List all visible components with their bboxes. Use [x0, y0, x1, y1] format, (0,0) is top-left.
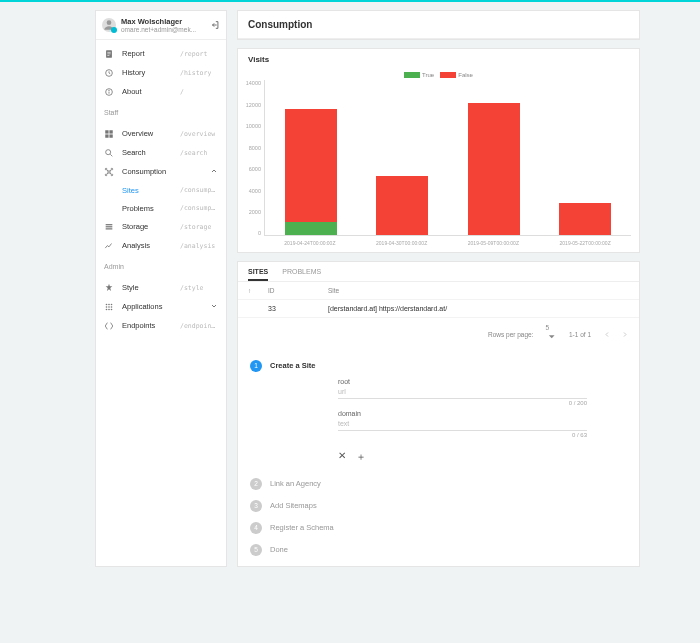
sidebar-item-endpoints[interactable]: Endpoints /endpoints [96, 316, 226, 335]
history-icon [104, 68, 114, 78]
data-card: SITES PROBLEMS ↑ ID Site 33 [derstandard… [237, 261, 640, 566]
chart-xaxis: 2019-04-24T00:00:00Z2019-04-30T00:00:00Z… [238, 240, 639, 246]
style-icon [104, 283, 114, 293]
sidebar-item-storage[interactable]: Storage /storage [96, 217, 226, 236]
sidebar-item-history[interactable]: History /history [96, 63, 226, 82]
sidebar-item-path: /endpoints [180, 322, 218, 330]
svg-point-16 [105, 174, 107, 176]
svg-point-12 [106, 149, 111, 154]
prev-page-icon[interactable] [603, 330, 611, 339]
col-id[interactable]: ID [268, 287, 318, 294]
table-row[interactable]: 33 [derstandard.at] https://derstandard.… [238, 299, 639, 317]
page-range: 1-1 of 1 [569, 331, 591, 338]
sidebar: Max Wolschlager omare.net+admin@mek... R… [95, 10, 227, 567]
step-2[interactable]: 2 Link an Agency [250, 478, 627, 490]
chart-plot: 14000120001000080006000400020000 [238, 80, 639, 240]
sidebar-item-report[interactable]: Report /report [96, 44, 226, 63]
step-1: 1 Create a Site root 0 / 200 domain [250, 360, 627, 468]
svg-rect-3 [107, 53, 110, 54]
step-4[interactable]: 4 Register a Schema [250, 522, 627, 534]
add-icon[interactable]: ＋ [356, 450, 366, 464]
sidebar-item-search[interactable]: Search /search [96, 143, 226, 162]
sidebar-item-label: Style [122, 283, 172, 292]
consumption-icon [104, 167, 114, 177]
sidebar-item-path: /search [180, 149, 207, 157]
avatar [102, 18, 116, 32]
sidebar-item-label: Overview [122, 129, 172, 138]
step-title: Create a Site [270, 360, 627, 370]
chevron-up-icon [210, 167, 218, 177]
next-page-icon[interactable] [621, 330, 629, 339]
page-title: Consumption [238, 11, 639, 39]
svg-rect-18 [106, 224, 113, 225]
user-block: Max Wolschlager omare.net+admin@mek... [96, 11, 226, 40]
sort-icon[interactable]: ↑ [248, 287, 258, 294]
sidebar-item-label: Sites [122, 186, 172, 195]
tabs: SITES PROBLEMS [238, 262, 639, 282]
sidebar-item-label: Problems [122, 204, 172, 213]
col-site[interactable]: Site [328, 287, 339, 294]
sidebar-item-about[interactable]: About / [96, 82, 226, 101]
svg-point-28 [108, 308, 110, 310]
step-title: Done [270, 544, 288, 554]
svg-rect-8 [105, 130, 108, 133]
field-root: root 0 / 200 [338, 378, 587, 406]
step-title: Add Sitemaps [270, 500, 317, 510]
sidebar-item-path: /storage [180, 223, 211, 231]
tab-sites[interactable]: SITES [248, 268, 268, 281]
step-title: Register a Schema [270, 522, 334, 532]
sidebar-item-label: Applications [122, 302, 172, 311]
legend-true: True [404, 72, 434, 78]
sidebar-item-consumption[interactable]: Consumption [96, 162, 226, 181]
step-title: Link an Agency [270, 478, 321, 488]
svg-point-0 [107, 20, 112, 25]
pagination: Rows per page: 5 1-1 of 1 [238, 317, 639, 349]
sidebar-item-path: /consumption... [180, 204, 218, 212]
svg-point-17 [111, 174, 113, 176]
sidebar-item-label: Consumption [122, 167, 172, 176]
svg-rect-11 [109, 134, 112, 137]
field-label: domain [338, 410, 587, 417]
sidebar-item-sites[interactable]: Sites /consumption... [122, 181, 226, 199]
applications-icon [104, 302, 114, 312]
sidebar-item-problems[interactable]: Problems /consumption... [122, 199, 226, 217]
sidebar-item-label: History [122, 68, 172, 77]
char-count: 0 / 200 [569, 400, 587, 406]
legend-false: False [440, 72, 473, 78]
sidebar-item-analysis[interactable]: Analysis /analysis [96, 236, 226, 255]
svg-point-27 [106, 308, 108, 310]
endpoints-icon [104, 321, 114, 331]
close-icon[interactable]: ✕ [338, 450, 346, 464]
sidebar-item-label: Report [122, 49, 172, 58]
svg-point-23 [111, 303, 113, 305]
sidebar-item-overview[interactable]: Overview /overview [96, 124, 226, 143]
sidebar-item-path: /analysis [180, 242, 215, 250]
svg-point-24 [106, 306, 108, 308]
analysis-icon [104, 241, 114, 251]
root-input[interactable] [338, 385, 587, 399]
cell-id: 33 [268, 305, 318, 312]
main-content: Consumption Visits True False 1400012000… [237, 10, 640, 567]
logout-icon[interactable] [210, 20, 220, 30]
step-badge: 3 [250, 500, 262, 512]
step-5[interactable]: 5 Done [250, 544, 627, 556]
step-badge: 5 [250, 544, 262, 556]
user-name: Max Wolschlager [121, 17, 205, 26]
char-count: 0 / 63 [572, 432, 587, 438]
tab-problems[interactable]: PROBLEMS [282, 268, 321, 281]
step-3[interactable]: 3 Add Sitemaps [250, 500, 627, 512]
sidebar-item-applications[interactable]: Applications [96, 297, 226, 316]
sidebar-item-style[interactable]: Style /style [96, 278, 226, 297]
sidebar-item-path: /style [180, 284, 203, 292]
svg-point-25 [108, 306, 110, 308]
rows-per-page-select[interactable]: 5 [546, 324, 557, 343]
sidebar-item-label: Endpoints [122, 321, 172, 330]
cell-site: [derstandard.at] https://derstandard.at/ [328, 305, 447, 312]
svg-point-26 [111, 306, 113, 308]
page-title-card: Consumption [237, 10, 640, 40]
storage-icon [104, 222, 114, 232]
domain-input[interactable] [338, 417, 587, 431]
step-badge: 4 [250, 522, 262, 534]
sidebar-item-path: / [180, 88, 184, 96]
sidebar-item-label: Search [122, 148, 172, 157]
